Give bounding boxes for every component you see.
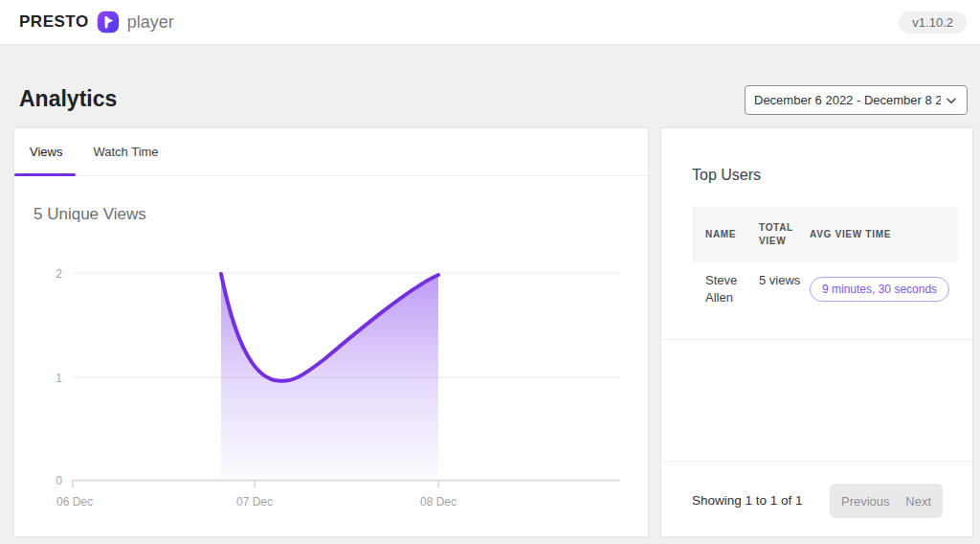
- date-range-select[interactable]: December 6 2022 - December 8 202: [745, 85, 968, 115]
- y-tick-2: 2: [56, 267, 62, 281]
- brand-name-light: player: [127, 12, 174, 33]
- date-range-value: December 6 2022 - December 8 202: [754, 93, 941, 107]
- top-users-table-header: NAME TOTAL VIEW AVG VIEW TIME: [692, 207, 958, 262]
- x-tick-label-08dec: 08 Dec: [420, 495, 457, 509]
- total-views-cell: 5 views: [759, 272, 801, 289]
- y-tick-0: 0: [56, 474, 62, 487]
- pagination-summary: Showing 1 to 1 of 1: [692, 493, 803, 508]
- footer-divider: [661, 461, 972, 462]
- brand-name-bold: PRESTO: [19, 12, 89, 32]
- avg-view-time-badge[interactable]: 9 minutes, 30 seconds: [810, 277, 949, 302]
- presto-player-logo: PRESTO player: [19, 10, 174, 34]
- top-bar: PRESTO player v1.10.2: [0, 0, 980, 45]
- column-header-avg-view-time: AVG VIEW TIME: [810, 228, 944, 241]
- column-header-name: NAME: [705, 228, 736, 241]
- presto-logo-icon: [96, 10, 121, 34]
- column-header-total-view: TOTAL VIEW: [759, 221, 801, 248]
- pagination-controls: Previous Next: [830, 484, 943, 518]
- top-users-card: Top Users NAME TOTAL VIEW AVG VIEW TIME …: [660, 127, 973, 537]
- chevron-down-icon: [945, 94, 958, 107]
- y-tick-1: 1: [56, 372, 62, 385]
- views-chart-card: Views Watch Time 5 Unique Views 2 1: [13, 127, 649, 537]
- area-fill: [221, 274, 438, 480]
- x-axis-line: [73, 481, 620, 488]
- x-tick-label-07dec: 07 Dec: [236, 495, 273, 509]
- previous-button[interactable]: Previous: [841, 494, 890, 509]
- version-badge: v1.10.2: [899, 11, 967, 34]
- page-title: Analytics: [19, 86, 117, 112]
- row-divider: [661, 339, 972, 340]
- unique-views-area-chart: 2 1 0 06 Dec 07 Dec 08 Dec: [14, 128, 650, 538]
- top-users-title: Top Users: [692, 167, 761, 184]
- next-button[interactable]: Next: [905, 494, 931, 509]
- x-tick-label-06dec: 06 Dec: [56, 495, 93, 509]
- user-name-cell: Steve Allen: [705, 272, 749, 306]
